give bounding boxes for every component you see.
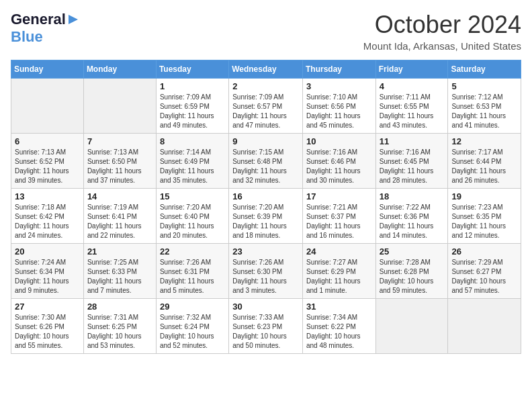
day-info: Sunrise: 7:22 AMSunset: 6:36 PMDaylight:… [380,203,445,240]
calendar-header-saturday: Saturday [448,60,521,79]
day-info: Sunrise: 7:13 AMSunset: 6:52 PMDaylight:… [15,148,80,185]
day-info: Sunrise: 7:09 AMSunset: 6:57 PMDaylight:… [232,93,299,130]
day-number: 29 [160,302,225,312]
day-info: Sunrise: 7:20 AMSunset: 6:40 PMDaylight:… [160,203,225,240]
calendar-day-cell: 2Sunrise: 7:09 AMSunset: 6:57 PMDaylight… [229,79,303,134]
logo-text-general: General [11,11,66,28]
day-number: 20 [15,246,80,257]
day-info: Sunrise: 7:09 AMSunset: 6:59 PMDaylight:… [160,93,225,130]
day-number: 19 [451,191,517,201]
day-number: 26 [451,246,517,257]
calendar-day-cell: 16Sunrise: 7:20 AMSunset: 6:39 PMDayligh… [229,189,303,244]
location-subtitle: Mount Ida, Arkansas, United States [363,40,521,52]
logo: General Blue [11,11,79,46]
day-number: 28 [87,302,152,312]
calendar-day-cell: 24Sunrise: 7:27 AMSunset: 6:29 PMDayligh… [302,244,375,299]
page-header: General Blue October 2024 Mount Ida, Ark… [11,11,521,52]
calendar-day-cell: 21Sunrise: 7:25 AMSunset: 6:33 PMDayligh… [83,244,156,299]
day-info: Sunrise: 7:34 AMSunset: 6:22 PMDaylight:… [306,313,372,351]
calendar-day-cell: 8Sunrise: 7:14 AMSunset: 6:49 PMDaylight… [156,134,228,189]
day-number: 8 [160,136,225,146]
day-info: Sunrise: 7:21 AMSunset: 6:37 PMDaylight:… [306,203,372,240]
calendar-day-cell: 19Sunrise: 7:23 AMSunset: 6:35 PMDayligh… [448,189,521,244]
calendar-week-row: 20Sunrise: 7:24 AMSunset: 6:34 PMDayligh… [11,244,521,299]
day-number: 12 [451,136,517,146]
day-number: 1 [160,81,225,91]
day-number: 17 [306,191,372,201]
day-info: Sunrise: 7:18 AMSunset: 6:42 PMDaylight:… [15,203,80,240]
day-number: 22 [160,246,225,257]
day-number: 15 [160,191,225,201]
calendar-table: SundayMondayTuesdayWednesdayThursdayFrid… [11,60,521,354]
day-info: Sunrise: 7:11 AMSunset: 6:55 PMDaylight:… [380,93,445,130]
day-info: Sunrise: 7:27 AMSunset: 6:29 PMDaylight:… [306,258,372,295]
day-info: Sunrise: 7:31 AMSunset: 6:25 PMDaylight:… [87,313,152,351]
day-info: Sunrise: 7:26 AMSunset: 6:31 PMDaylight:… [160,258,225,295]
title-area: October 2024 Mount Ida, Arkansas, United… [363,11,521,52]
day-info: Sunrise: 7:28 AMSunset: 6:28 PMDaylight:… [380,258,445,295]
calendar-day-cell: 4Sunrise: 7:11 AMSunset: 6:55 PMDaylight… [375,79,448,134]
day-info: Sunrise: 7:16 AMSunset: 6:46 PMDaylight:… [306,148,372,185]
day-number: 11 [380,136,445,146]
logo-arrow-icon [67,13,79,26]
calendar-day-cell: 12Sunrise: 7:17 AMSunset: 6:44 PMDayligh… [448,134,521,189]
calendar-day-cell: 23Sunrise: 7:26 AMSunset: 6:30 PMDayligh… [229,244,303,299]
calendar-day-cell [11,79,84,134]
calendar-day-cell: 30Sunrise: 7:33 AMSunset: 6:23 PMDayligh… [229,299,303,354]
day-number: 14 [87,191,152,201]
calendar-day-cell: 20Sunrise: 7:24 AMSunset: 6:34 PMDayligh… [11,244,84,299]
day-info: Sunrise: 7:12 AMSunset: 6:53 PMDaylight:… [451,93,517,130]
calendar-week-row: 27Sunrise: 7:30 AMSunset: 6:26 PMDayligh… [11,299,521,354]
calendar-day-cell: 29Sunrise: 7:32 AMSunset: 6:24 PMDayligh… [156,299,228,354]
day-info: Sunrise: 7:15 AMSunset: 6:48 PMDaylight:… [232,148,299,185]
calendar-day-cell: 28Sunrise: 7:31 AMSunset: 6:25 PMDayligh… [83,299,156,354]
day-number: 24 [306,246,372,257]
calendar-day-cell: 9Sunrise: 7:15 AMSunset: 6:48 PMDaylight… [229,134,303,189]
day-info: Sunrise: 7:24 AMSunset: 6:34 PMDaylight:… [15,258,80,295]
day-info: Sunrise: 7:26 AMSunset: 6:30 PMDaylight:… [232,258,299,295]
day-number: 6 [15,136,80,146]
day-number: 25 [380,246,445,257]
calendar-week-row: 6Sunrise: 7:13 AMSunset: 6:52 PMDaylight… [11,134,521,189]
calendar-week-row: 13Sunrise: 7:18 AMSunset: 6:42 PMDayligh… [11,189,521,244]
calendar-header-wednesday: Wednesday [229,60,303,79]
day-number: 23 [232,246,299,257]
day-number: 2 [232,81,299,91]
day-info: Sunrise: 7:32 AMSunset: 6:24 PMDaylight:… [160,313,225,351]
calendar-day-cell: 14Sunrise: 7:19 AMSunset: 6:41 PMDayligh… [83,189,156,244]
day-number: 18 [380,191,445,201]
calendar-day-cell: 3Sunrise: 7:10 AMSunset: 6:56 PMDaylight… [302,79,375,134]
calendar-header-monday: Monday [83,60,156,79]
day-info: Sunrise: 7:25 AMSunset: 6:33 PMDaylight:… [87,258,152,295]
calendar-day-cell: 18Sunrise: 7:22 AMSunset: 6:36 PMDayligh… [375,189,448,244]
day-info: Sunrise: 7:13 AMSunset: 6:50 PMDaylight:… [87,148,152,185]
calendar-day-cell: 27Sunrise: 7:30 AMSunset: 6:26 PMDayligh… [11,299,84,354]
calendar-day-cell: 1Sunrise: 7:09 AMSunset: 6:59 PMDaylight… [156,79,228,134]
day-number: 16 [232,191,299,201]
day-info: Sunrise: 7:33 AMSunset: 6:23 PMDaylight:… [232,313,299,351]
day-number: 9 [232,136,299,146]
month-title: October 2024 [363,11,521,39]
calendar-day-cell: 5Sunrise: 7:12 AMSunset: 6:53 PMDaylight… [448,79,521,134]
day-number: 31 [306,302,372,312]
calendar-day-cell: 31Sunrise: 7:34 AMSunset: 6:22 PMDayligh… [302,299,375,354]
day-info: Sunrise: 7:23 AMSunset: 6:35 PMDaylight:… [451,203,517,240]
calendar-header-tuesday: Tuesday [156,60,228,79]
calendar-day-cell [375,299,448,354]
calendar-day-cell: 22Sunrise: 7:26 AMSunset: 6:31 PMDayligh… [156,244,228,299]
day-number: 5 [451,81,517,91]
day-info: Sunrise: 7:30 AMSunset: 6:26 PMDaylight:… [15,313,80,351]
day-info: Sunrise: 7:10 AMSunset: 6:56 PMDaylight:… [306,93,372,130]
day-number: 13 [15,191,80,201]
day-number: 7 [87,136,152,146]
day-number: 10 [306,136,372,146]
calendar-week-row: 1Sunrise: 7:09 AMSunset: 6:59 PMDaylight… [11,79,521,134]
calendar-header-friday: Friday [375,60,448,79]
day-info: Sunrise: 7:17 AMSunset: 6:44 PMDaylight:… [451,148,517,185]
calendar-header-row: SundayMondayTuesdayWednesdayThursdayFrid… [11,60,521,79]
day-number: 3 [306,81,372,91]
calendar-day-cell: 13Sunrise: 7:18 AMSunset: 6:42 PMDayligh… [11,189,84,244]
logo-text-blue: Blue [11,28,43,46]
day-number: 27 [15,302,80,312]
day-number: 30 [232,302,299,312]
